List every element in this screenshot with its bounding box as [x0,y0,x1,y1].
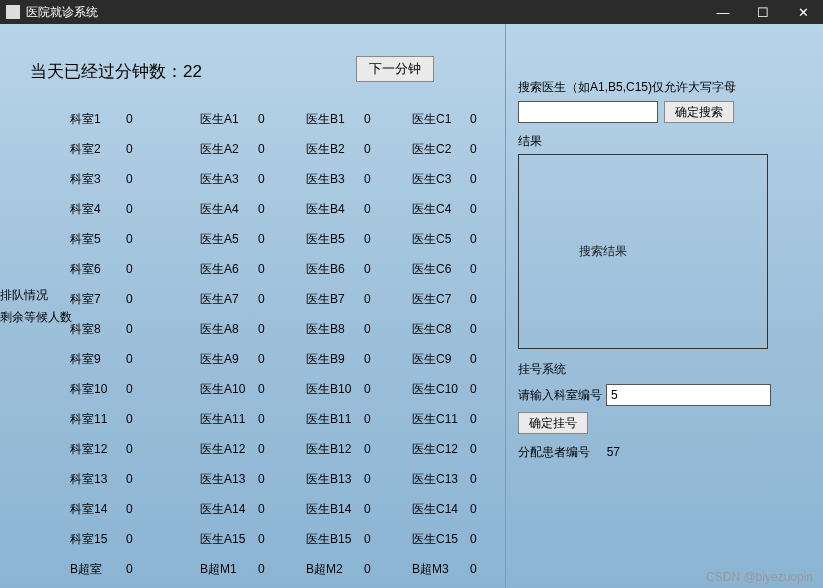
result-label: 结果 [518,133,811,150]
doctor-a-name: 医生A8 [200,321,258,338]
room-name: 科室12 [70,441,126,458]
doctor-a-name: 医生A3 [200,171,258,188]
register-system-label: 挂号系统 [518,361,811,378]
doctor-c-name: 医生C1 [412,111,470,128]
room-name: 科室15 [70,531,126,548]
doctor-b-name: 医生B4 [306,201,364,218]
assign-value: 57 [607,445,620,459]
doctor-c-name: 医生C2 [412,141,470,158]
room-name: 科室13 [70,471,126,488]
room-queue-value: 0 [126,292,200,306]
room-queue-value: 0 [126,352,200,366]
room-queue-value: 0 [126,202,200,216]
doctor-a-value: 0 [258,322,306,336]
doctor-a-value: 0 [258,172,306,186]
doctor-a-value: 0 [258,442,306,456]
room-name: 科室10 [70,381,126,398]
queue-label-1: 排队情况 [0,284,72,306]
doctor-b-name: 医生B9 [306,351,364,368]
doctor-a-value: 0 [258,292,306,306]
close-button[interactable]: ✕ [783,0,823,24]
grid-row: 科室130医生A130医生B130医生C130 [70,464,518,494]
room-name: 科室4 [70,201,126,218]
doctor-c-name: 医生C9 [412,351,470,368]
grid-row: 科室30医生A30医生B30医生C30 [70,164,518,194]
assign-row: 分配患者编号 57 [518,444,811,461]
room-queue-value: 0 [126,262,200,276]
doctor-b-value: 0 [364,142,412,156]
doctor-b-name: 医生B1 [306,111,364,128]
register-hint: 请输入科室编号 [518,387,602,404]
doctor-a-value: 0 [258,532,306,546]
doctor-a-name: 医生A13 [200,471,258,488]
next-minute-button[interactable]: 下一分钟 [356,56,434,82]
doctor-a-value: 0 [258,382,306,396]
grid-row: 科室70医生A70医生B70医生C70 [70,284,518,314]
room-queue-value: 0 [126,112,200,126]
room-name: 科室9 [70,351,126,368]
doctor-c-name: 医生C6 [412,261,470,278]
titlebar: 医院就诊系统 — ☐ ✕ [0,0,823,24]
maximize-button[interactable]: ☐ [743,0,783,24]
room-queue-value: 0 [126,562,200,576]
doctor-c-name: 医生C13 [412,471,470,488]
doctor-c-name: 医生C11 [412,411,470,428]
register-button[interactable]: 确定挂号 [518,412,588,434]
search-button[interactable]: 确定搜索 [664,101,734,123]
doctor-b-value: 0 [364,412,412,426]
doctor-b-name: 医生B13 [306,471,364,488]
doctor-a-value: 0 [258,112,306,126]
doctor-b-value: 0 [364,562,412,576]
doctor-a-name: 医生A12 [200,441,258,458]
doctor-b-value: 0 [364,112,412,126]
grid-row: 科室50医生A50医生B50医生C50 [70,224,518,254]
watermark: CSDN @biyezuopin [706,570,813,584]
doctor-c-name: 医生C5 [412,231,470,248]
doctor-b-value: 0 [364,262,412,276]
room-name: 科室1 [70,111,126,128]
queue-side-labels: 排队情况 剩余等候人数 [0,284,72,328]
doctor-a-name: 医生A10 [200,381,258,398]
grid-row: 科室80医生A80医生B80医生C80 [70,314,518,344]
search-input[interactable] [518,101,658,123]
room-queue-value: 0 [126,412,200,426]
minimize-button[interactable]: — [703,0,743,24]
grid-row: 科室140医生A140医生B140医生C140 [70,494,518,524]
doctor-b-name: 医生B8 [306,321,364,338]
doctor-b-name: 医生B11 [306,411,364,428]
doctor-a-name: 医生A9 [200,351,258,368]
doctor-b-name: 医生B6 [306,261,364,278]
app-icon [6,5,20,19]
minute-counter: 当天已经过分钟数：22 [30,60,202,83]
doctor-b-value: 0 [364,322,412,336]
search-label: 搜索医生（如A1,B5,C15)仅允许大写字母 [518,79,811,96]
room-queue-value: 0 [126,472,200,486]
doctor-b-value: 0 [364,352,412,366]
room-queue-value: 0 [126,142,200,156]
grid-row: 科室120医生A120医生B120医生C120 [70,434,518,464]
room-name: 科室3 [70,171,126,188]
register-input[interactable] [606,384,771,406]
room-queue-value: 0 [126,322,200,336]
room-queue-value: 0 [126,502,200,516]
content-area: 当天已经过分钟数：22 下一分钟 排队情况 剩余等候人数 科室10医生A10医生… [0,24,823,588]
grid-row: 科室110医生A110医生B110医生C110 [70,404,518,434]
doctor-a-name: 医生A5 [200,231,258,248]
doctor-a-value: 0 [258,232,306,246]
doctor-a-name: 医生A1 [200,111,258,128]
grid-row: 科室40医生A40医生B40医生C40 [70,194,518,224]
result-box: 搜索结果 [518,154,768,349]
doctor-a-name: 医生A6 [200,261,258,278]
doctor-b-value: 0 [364,502,412,516]
right-panel: 搜索医生（如A1,B5,C15)仅允许大写字母 确定搜索 结果 搜索结果 挂号系… [505,24,823,588]
doctor-c-name: 医生C7 [412,291,470,308]
room-queue-value: 0 [126,382,200,396]
room-name: 科室14 [70,501,126,518]
doctor-a-value: 0 [258,562,306,576]
room-queue-value: 0 [126,172,200,186]
doctor-c-name: 医生C12 [412,441,470,458]
grid-row: 科室10医生A10医生B10医生C10 [70,104,518,134]
doctor-b-value: 0 [364,202,412,216]
doctor-b-name: 医生B7 [306,291,364,308]
room-name: B超室 [70,561,126,578]
